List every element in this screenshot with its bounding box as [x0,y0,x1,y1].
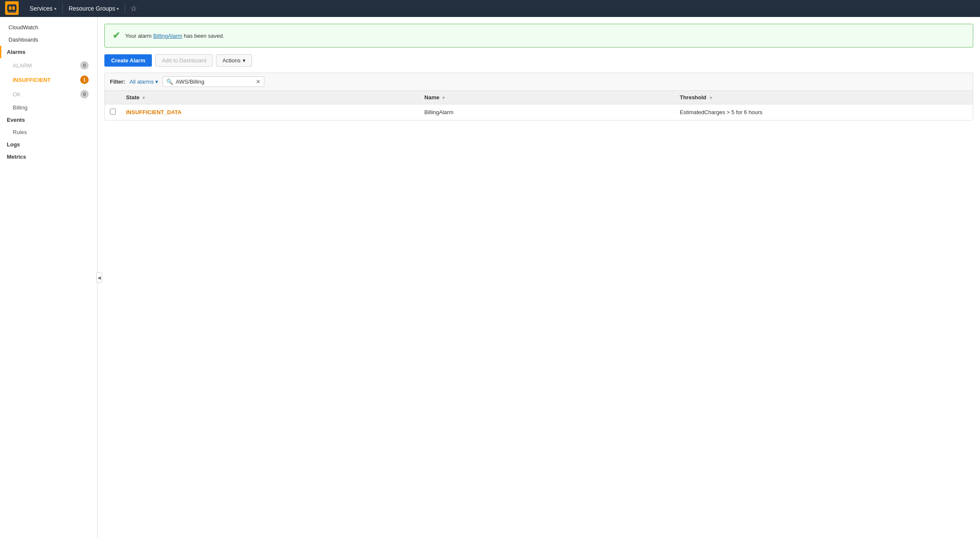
sidebar-item-alarms[interactable]: Alarms [0,46,97,58]
sidebar-item-alarm[interactable]: ALARM 0 [0,58,97,73]
search-input[interactable] [176,78,253,85]
table-row: INSUFFICIENT_DATA BillingAlarm Estimated… [105,104,973,120]
success-icon: ✔ [112,30,120,41]
aws-logo[interactable]: ⬛ [5,1,25,16]
filter-dropdown-chevron-icon: ▾ [155,78,158,85]
app-layout: ◀ CloudWatch Dashboards Alarms ALARM 0 I… [0,17,980,538]
th-checkbox [105,91,121,104]
name-sort-icon: ▾ [442,95,445,100]
filter-dropdown[interactable]: All alarms ▾ [129,78,158,85]
ok-badge: 0 [80,90,89,98]
sidebar-item-billing[interactable]: Billing [0,101,97,114]
insufficient-badge: 1 [80,76,89,84]
filter-label: Filter: [110,78,125,85]
state-sort-icon: ▾ [143,95,145,100]
main-content: ✔ Your alarm BillingAlarm has been saved… [98,17,980,538]
row-checkbox[interactable] [110,109,116,115]
sidebar-collapse-button[interactable]: ◀ [96,272,102,283]
row-threshold-cell: EstimatedCharges > 5 for 6 hours [675,104,973,120]
nav-separator-2 [125,3,125,14]
resource-groups-chevron-icon: ▾ [117,6,119,11]
actions-button[interactable]: Actions ▾ [216,54,252,67]
toolbar: Create Alarm Add to Dashboard Actions ▾ [104,54,973,67]
sidebar-item-metrics[interactable]: Metrics [0,151,97,163]
success-banner: ✔ Your alarm BillingAlarm has been saved… [104,24,973,48]
banner-message: Your alarm BillingAlarm has been saved. [125,33,224,39]
sidebar: ◀ CloudWatch Dashboards Alarms ALARM 0 I… [0,17,98,538]
sidebar-item-events[interactable]: Events [0,114,97,126]
th-name[interactable]: Name ▾ [419,91,675,104]
svg-rect-2 [7,5,17,11]
sidebar-item-rules[interactable]: Rules [0,126,97,138]
services-chevron-icon: ▾ [54,6,56,11]
clear-search-icon[interactable]: ✕ [256,78,260,85]
alarms-table: State ▾ Name ▾ Threshold ▾ [105,91,973,120]
row-name-cell: BillingAlarm [419,104,675,120]
create-alarm-button[interactable]: Create Alarm [104,54,152,67]
filter-row: Filter: All alarms ▾ 🔍 ✕ [104,73,973,90]
th-state[interactable]: State ▾ [121,91,419,104]
top-navigation: ⬛ Services ▾ Resource Groups ▾ ☆ [0,0,980,17]
actions-chevron-icon: ▾ [243,57,246,64]
row-state-link[interactable]: INSUFFICIENT_DATA [126,109,182,115]
th-threshold[interactable]: Threshold ▾ [675,91,973,104]
sidebar-item-insufficient[interactable]: INSUFFICIENT 1 [0,73,97,87]
sidebar-item-logs[interactable]: Logs [0,138,97,151]
table-header-row: State ▾ Name ▾ Threshold ▾ [105,91,973,104]
add-to-dashboard-button[interactable]: Add to Dashboard [155,54,213,67]
favorites-icon[interactable]: ☆ [127,4,140,13]
svg-rect-4 [12,6,15,10]
row-state-cell: INSUFFICIENT_DATA [121,104,419,120]
sidebar-item-cloudwatch[interactable]: CloudWatch [0,21,97,34]
sidebar-item-ok[interactable]: OK 0 [0,87,97,101]
search-icon: 🔍 [166,78,173,85]
alarm-badge: 0 [80,61,89,70]
alarms-table-container: State ▾ Name ▾ Threshold ▾ [104,90,973,120]
nav-separator-1 [62,3,63,14]
search-box[interactable]: 🔍 ✕ [162,76,264,87]
services-menu[interactable]: Services ▾ [25,0,61,17]
resource-groups-menu[interactable]: Resource Groups ▾ [64,0,123,17]
alarm-name-link[interactable]: BillingAlarm [153,33,182,39]
row-checkbox-cell [105,104,121,120]
threshold-sort-icon: ▾ [710,95,712,100]
sidebar-item-dashboards[interactable]: Dashboards [0,34,97,46]
svg-rect-3 [9,6,11,10]
